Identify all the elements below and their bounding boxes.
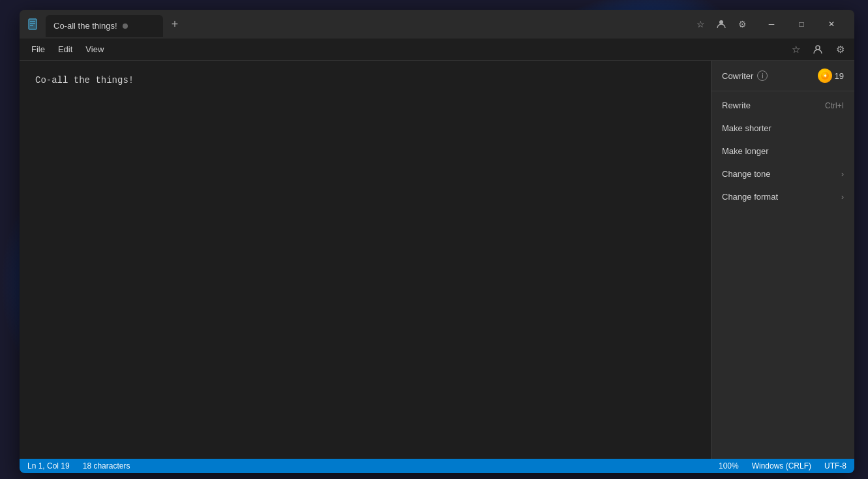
badge-count: 19 — [835, 71, 844, 81]
cowriter-header: Cowriter i — [711, 61, 854, 91]
status-line-ending[interactable]: Windows (CRLF) — [752, 461, 811, 471]
change-format-chevron: › — [841, 193, 844, 202]
make-longer-label: Make longer — [722, 146, 769, 156]
change-tone-label: Change tone — [722, 169, 770, 179]
account-icon-btn[interactable] — [809, 40, 827, 59]
svg-point-5 — [719, 20, 723, 24]
new-tab-button[interactable]: + — [166, 15, 184, 33]
favorites-button[interactable]: ☆ — [691, 15, 710, 33]
titlebar: Co-all the things! + ☆ ⚙ ─ □ ✕ — [20, 10, 854, 39]
menubar-right: ☆ ⚙ — [786, 40, 849, 59]
svg-text:✦: ✦ — [823, 73, 828, 79]
active-tab[interactable]: Co-all the things! — [46, 15, 163, 37]
cowriter-change-tone[interactable]: Change tone › — [711, 162, 854, 185]
cowriter-make-longer[interactable]: Make longer — [711, 140, 854, 162]
copilot-badge-icon: ✦ — [818, 69, 832, 83]
make-shorter-label: Make shorter — [722, 123, 771, 133]
cowriter-menu: Rewrite Ctrl+I Make shorter Make longer … — [711, 91, 854, 211]
cowriter-title: Cowriter — [722, 71, 753, 81]
cowriter-badge: ✦ 19 — [818, 69, 844, 83]
status-zoom[interactable]: 100% — [719, 461, 739, 471]
menu-edit[interactable]: Edit — [52, 42, 79, 57]
status-line-col[interactable]: Ln 1, Col 19 — [27, 461, 70, 471]
cowriter-info-icon[interactable]: i — [757, 70, 768, 81]
rewrite-shortcut: Ctrl+I — [825, 101, 844, 110]
account-button[interactable] — [712, 15, 730, 33]
tab-title: Co-all the things! — [53, 21, 117, 31]
menubar: File Edit View ☆ ⚙ — [20, 39, 854, 61]
statusbar: Ln 1, Col 19 18 characters 100% Windows … — [20, 459, 854, 473]
status-char-count[interactable]: 18 characters — [83, 461, 130, 471]
settings-icon-btn[interactable]: ⚙ — [831, 40, 849, 59]
svg-rect-0 — [29, 19, 37, 29]
text-editor[interactable]: Co-all the things! — [20, 61, 711, 459]
cowriter-rewrite[interactable]: Rewrite Ctrl+I — [711, 94, 854, 117]
tab-unsaved-dot — [123, 23, 128, 29]
status-encoding[interactable]: UTF-8 — [824, 461, 846, 471]
cowriter-make-shorter[interactable]: Make shorter — [711, 117, 854, 140]
editor-content: Co-all the things! — [35, 75, 134, 85]
change-format-label: Change format — [722, 192, 778, 202]
minimize-button[interactable]: ─ — [756, 14, 786, 35]
settings-button[interactable]: ⚙ — [733, 15, 751, 33]
menu-view[interactable]: View — [79, 42, 110, 57]
svg-point-6 — [816, 46, 820, 50]
menu-file[interactable]: File — [25, 42, 52, 57]
notepad-window: Co-all the things! + ☆ ⚙ ─ □ ✕ File Edit… — [20, 10, 854, 473]
cowriter-change-format[interactable]: Change format › — [711, 185, 854, 208]
editor-area: Co-all the things! Cowriter i — [20, 61, 854, 459]
rewrite-label: Rewrite — [722, 100, 751, 110]
info-symbol: i — [762, 72, 763, 80]
favorites-icon-btn[interactable]: ☆ — [786, 40, 805, 59]
maximize-button[interactable]: □ — [786, 14, 816, 35]
close-button[interactable]: ✕ — [816, 14, 846, 35]
window-controls: ─ □ ✕ — [756, 14, 846, 35]
app-icon — [27, 18, 39, 30]
cowriter-panel: Cowriter i — [711, 61, 854, 459]
titlebar-actions: ☆ ⚙ — [691, 15, 751, 33]
change-tone-chevron: › — [841, 170, 844, 179]
